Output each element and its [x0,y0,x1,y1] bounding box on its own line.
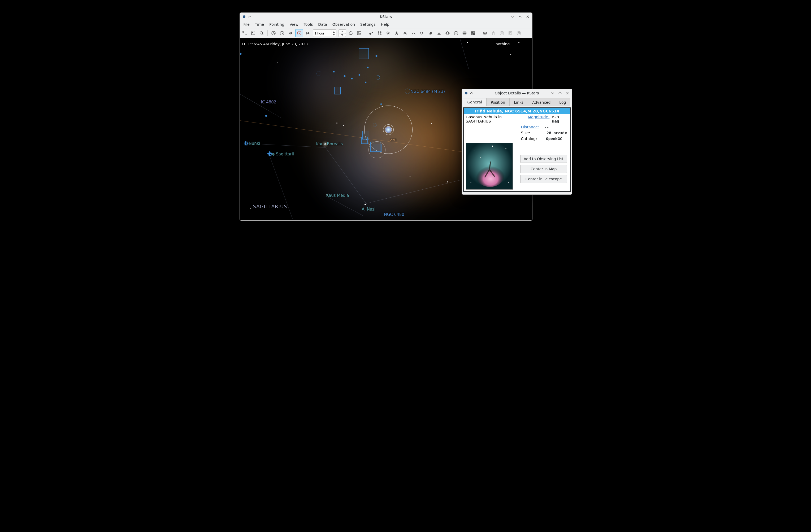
magnitude-label[interactable]: Magnitude: [528,115,550,119]
distance-label[interactable]: Distance: [521,125,539,129]
label-ngc6494: NGC 6494 (M 23) [411,89,445,94]
time-step-input[interactable] [313,31,332,35]
dome-button[interactable] [498,29,506,37]
step-back-small[interactable]: ▼ [338,33,346,37]
dso-circ[interactable] [376,75,380,80]
close-button[interactable] [565,91,570,95]
toggle-supernovae-button[interactable] [401,29,409,37]
step-forward-small[interactable]: ▲ [338,29,346,33]
svg-point-24 [446,31,449,35]
label-kaus-bor: Kaus Borealis [316,142,343,146]
separator [479,30,479,36]
svg-rect-4 [251,32,255,35]
svg-point-15 [372,32,372,33]
tab-log[interactable]: Log [555,98,570,106]
toggle-flags-button[interactable] [469,29,477,37]
center-in-telescope-button[interactable]: Center in Telescope [520,175,567,183]
tab-links[interactable]: Links [509,98,528,106]
svg-point-47 [508,183,508,183]
star-phi-sgr[interactable] [268,152,271,155]
find-button[interactable] [258,29,265,37]
toggle-deepsky-button[interactable] [376,29,383,37]
minimize-button[interactable] [510,14,515,19]
toggle-clines-button[interactable] [410,29,417,37]
dso-box[interactable] [373,144,382,152]
titlebar[interactable]: KStars [240,13,532,21]
details-buttons: Add to Observing List Center in Map Cent… [520,155,567,183]
shade-icon[interactable] [247,14,252,19]
object-type-text: Gaseous Nebula in SAGITTARIUS [466,115,526,123]
menu-settings[interactable]: Settings [357,21,378,28]
svg-point-46 [470,183,471,183]
clock-button[interactable] [278,29,286,37]
spin-up[interactable]: ▲ [332,30,336,33]
svg-point-44 [505,148,506,149]
shade-icon[interactable] [469,91,474,95]
dso-circ[interactable] [317,71,321,76]
toolbar: ▲▼ ▲ ▼ [240,28,532,38]
spin-down[interactable]: ▼ [332,33,336,36]
svg-point-10 [299,33,300,34]
dso-box[interactable] [334,87,341,94]
toggle-eqgrid-button[interactable] [444,29,451,37]
svg-point-6 [260,32,263,34]
close-button[interactable] [525,14,530,19]
toggle-ground-button[interactable] [461,29,468,37]
details-titlebar[interactable]: Object Details — KStars [462,89,572,97]
maximize-button[interactable] [557,91,563,95]
toggle-horizgrid-button[interactable] [452,29,460,37]
separator [365,30,365,36]
menu-view[interactable]: View [287,21,301,28]
label-ic4802: IC 4802 [261,100,276,105]
set-time-now-button[interactable] [270,29,277,37]
toggle-mw-button[interactable] [435,29,443,37]
tab-position[interactable]: Position [486,98,510,106]
menu-data[interactable]: Data [316,21,330,28]
menu-help[interactable]: Help [378,21,392,28]
add-to-observing-list-button[interactable]: Add to Observing List [520,155,567,163]
minimize-button[interactable] [550,91,555,95]
step-forward-button[interactable] [304,29,312,37]
tab-general[interactable]: General [463,98,487,106]
toggle-cbounds-button[interactable] [427,29,434,37]
menu-file[interactable]: File [241,21,252,28]
toggle-solar-button[interactable] [384,29,392,37]
zoom-box-button[interactable] [249,29,257,37]
ekos-button[interactable] [481,29,489,37]
menu-observation[interactable]: Observation [330,21,357,28]
guide-button[interactable] [515,29,523,37]
dso-box[interactable] [359,48,369,59]
menu-tools[interactable]: Tools [301,21,316,28]
time-step-combo[interactable]: ▲▼ [313,29,336,37]
dso-circ[interactable] [373,123,377,127]
center-in-map-button[interactable]: Center in Map [520,165,567,173]
distance-value: -- [545,125,549,129]
zoom-default-button[interactable] [241,29,248,37]
svg-point-43 [474,151,474,152]
dso-circ[interactable] [405,89,410,94]
separator [267,30,268,36]
toggle-stars-button[interactable] [367,29,375,37]
dso-box[interactable] [361,137,368,144]
size-value: 28 arcmin [547,131,567,135]
step-back-button[interactable] [287,29,294,37]
menu-pointing[interactable]: Pointing [266,21,287,28]
object-thumbnail[interactable] [466,143,513,190]
star-nunki[interactable] [244,142,247,144]
image-button[interactable] [355,29,363,37]
mount-button[interactable] [507,29,514,37]
tab-advanced[interactable]: Advanced [528,98,555,106]
toggle-cnames-button[interactable] [418,29,426,37]
indi-button[interactable] [490,29,497,37]
menu-time[interactable]: Time [252,21,266,28]
object-details-window: Object Details — KStars General Position… [462,89,572,195]
svg-point-39 [465,92,468,94]
center-target-button[interactable] [347,29,354,37]
svg-point-23 [446,32,449,34]
local-time-text: LT: 1:56:45 AM [242,42,269,46]
object-name: Trifid Nebula, NGC 6514,M 20,NGC6514 [464,108,570,114]
maximize-button[interactable] [518,14,523,19]
toggle-labels-button[interactable] [393,29,400,37]
play-pause-button[interactable] [295,29,303,37]
label-nunki: Nunki [249,141,260,146]
